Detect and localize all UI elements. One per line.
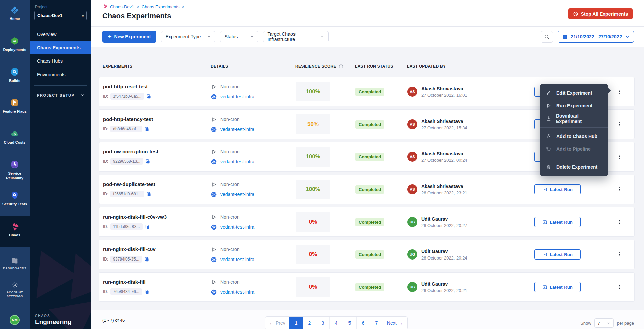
copy-id-icon[interactable]	[146, 192, 151, 197]
page-size-select[interactable]: 7	[594, 318, 614, 328]
column-header-label: RESILIENCE SCORE	[295, 64, 336, 69]
page-button-3[interactable]: 3	[316, 317, 330, 329]
module-rail-item-dashboards[interactable]: DASHBOARDS	[0, 252, 30, 277]
sidebar-item-chaos-experiments[interactable]: Chaos Experiments	[30, 41, 91, 54]
page-button-7[interactable]: 7	[370, 317, 383, 329]
experiment-name[interactable]: run-nginx-disk-fill-c0v	[103, 246, 211, 252]
chaos-icon	[0, 221, 30, 231]
page-button-5[interactable]: 5	[343, 317, 357, 329]
copy-id-icon[interactable]	[144, 257, 149, 262]
page-title: Chaos Experiments	[102, 12, 171, 20]
stop-all-experiments-button[interactable]: Stop All Experiments	[568, 8, 633, 19]
page-button-6[interactable]: 6	[357, 317, 370, 329]
date-range-picker[interactable]: 21/10/2022 - 27/10/2022	[558, 31, 634, 43]
module-rail-item-cloud-costs[interactable]: $ Cloud Costs	[0, 124, 30, 154]
breadcrumb-link-project[interactable]: Chaos-Dev1	[110, 4, 134, 9]
infrastructure-link[interactable]: vedant-test-infra	[220, 192, 254, 197]
infrastructure-link[interactable]: vedant-test-infra	[220, 94, 254, 99]
last-run-status-badge: Completed	[355, 250, 384, 259]
row-menu-kebab[interactable]	[615, 152, 624, 161]
updated-by-name: Udit Gaurav	[421, 216, 467, 222]
infrastructure-link[interactable]: vedant-test-infra	[220, 224, 254, 230]
latest-run-label: Latest Run	[550, 220, 572, 225]
settings-gear-icon	[0, 281, 30, 289]
run-report-icon	[542, 220, 547, 225]
module-rail-item-deployments[interactable]: ∞ Deployments	[0, 31, 30, 62]
edit-icon	[546, 90, 552, 96]
copy-id-icon[interactable]	[144, 127, 149, 132]
page-button-1[interactable]: 1	[289, 317, 303, 329]
column-header: LAST UPDATED BY	[407, 64, 534, 69]
experiment-name[interactable]: pod-http-latency-test	[103, 116, 211, 122]
sidebar-item-overview[interactable]: Overview	[30, 28, 91, 41]
cron-play-icon	[211, 182, 217, 187]
menu-item-add-to-chaos-hub[interactable]: Add to Chaos Hub	[540, 130, 608, 143]
copy-id-icon[interactable]	[144, 289, 149, 294]
experiment-name[interactable]: run-nginx-disk-fill	[103, 279, 211, 285]
infrastructure-link[interactable]: vedant-test-infra	[220, 257, 254, 262]
copy-id-icon[interactable]	[145, 224, 150, 229]
cron-play-icon	[211, 84, 217, 90]
module-rail-item-chaos[interactable]: Chaos	[0, 216, 30, 247]
last-run-status-badge: Completed	[355, 283, 384, 291]
infrastructure-link[interactable]: vedant-test-infra	[220, 159, 254, 164]
row-menu-kebab[interactable]	[615, 282, 624, 292]
module-rail-item-service-reliability[interactable]: Service Reliability	[0, 154, 30, 185]
filter-status[interactable]: Status	[220, 31, 258, 42]
copy-id-icon[interactable]	[145, 159, 150, 164]
chevron-down-icon	[207, 34, 211, 39]
experiment-name[interactable]: run-nginx-disk-fill-c0v-vw3	[103, 214, 211, 220]
breadcrumb-link-experiments[interactable]: Chaos Experiments	[142, 4, 179, 9]
filter-target-infrastructure[interactable]: Target Chaos Infrastructure	[263, 31, 329, 42]
module-rail-item-account-settings[interactable]: ACCOUNT SETTINGS	[0, 277, 30, 301]
row-menu-kebab[interactable]	[615, 120, 624, 129]
new-experiment-button[interactable]: + New Experiment	[102, 31, 156, 43]
prev-page-button[interactable]: ← Prev	[265, 317, 289, 329]
row-menu-kebab[interactable]	[615, 185, 624, 194]
filter-experiment-type[interactable]: Experiment Type	[161, 31, 215, 42]
module-rail-item-builds[interactable]: Builds	[0, 62, 30, 93]
experiment-id: 76e8f434-76...	[110, 288, 142, 295]
infrastructure-link[interactable]: vedant-test-infra	[220, 289, 254, 295]
experiment-name[interactable]: pod-http-reset-test	[103, 84, 211, 89]
copy-id-icon[interactable]	[146, 94, 151, 99]
last-run-status-badge: Completed	[355, 153, 384, 161]
menu-item-delete-experiment[interactable]: Delete Experiment	[540, 160, 608, 173]
page-button-2[interactable]: 2	[303, 317, 316, 329]
project-selector[interactable]: Chaos-Dev1 »	[34, 11, 87, 20]
id-label: ID:	[103, 192, 108, 196]
project-setup-toggle[interactable]: PROJECT SETUP	[30, 90, 91, 101]
per-page-label: per page	[617, 321, 634, 326]
infrastructure-link[interactable]: vedant-test-infra	[220, 127, 254, 132]
next-page-button[interactable]: Next →	[383, 317, 407, 329]
module-rail-item-home[interactable]: Home	[0, 0, 30, 31]
updated-at: 27 October 2022, 00:24	[421, 158, 467, 163]
page-button-4[interactable]: 4	[330, 317, 343, 329]
latest-run-button[interactable]: Latest Run	[534, 249, 581, 260]
module-rail-item-feature-flags[interactable]: Feature Flags	[0, 93, 30, 124]
collapse-sidebar-button[interactable]: »	[79, 11, 86, 20]
filter-label: Experiment Type	[165, 34, 201, 39]
column-header-label: DETAILS	[211, 64, 228, 69]
experiment-name[interactable]: pod-nw-corruption-test	[103, 149, 211, 154]
menu-item-edit-experiment[interactable]: Edit Experiment	[540, 87, 608, 99]
row-menu-kebab[interactable]	[615, 87, 624, 96]
latest-run-button[interactable]: Latest Run	[534, 184, 581, 194]
chaos-logo-icon	[102, 4, 108, 10]
menu-item-run-experiment[interactable]: Run Experiment	[540, 99, 608, 112]
row-menu-kebab[interactable]	[615, 217, 624, 227]
plus-icon: +	[108, 34, 112, 40]
dashboards-icon	[0, 256, 30, 265]
sidebar-item-environments[interactable]: Environments	[30, 68, 91, 81]
user-avatar[interactable]: NM	[10, 315, 20, 325]
kebab-icon	[617, 219, 622, 225]
experiment-name[interactable]: pod-nw-duplicate-test	[103, 181, 211, 187]
latest-run-button[interactable]: Latest Run	[534, 282, 581, 292]
row-menu-kebab[interactable]	[615, 250, 624, 259]
latest-run-button[interactable]: Latest Run	[534, 217, 581, 227]
menu-item-download-experiment[interactable]: Download Experiment	[540, 112, 608, 125]
module-rail-item-security-tests[interactable]: Security Tests	[0, 185, 30, 216]
sidebar-item-chaos-hubs[interactable]: Chaos Hubs	[30, 54, 91, 68]
search-button[interactable]	[541, 31, 553, 43]
info-icon[interactable]	[339, 64, 343, 69]
